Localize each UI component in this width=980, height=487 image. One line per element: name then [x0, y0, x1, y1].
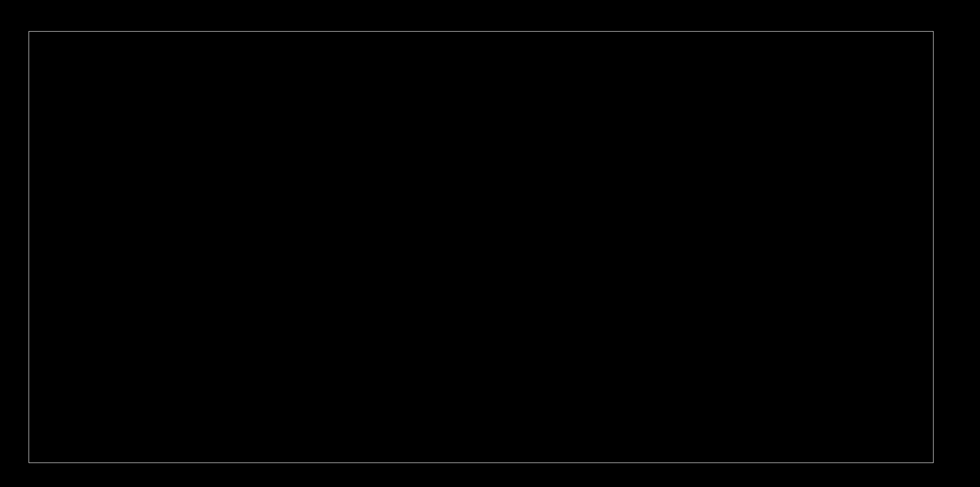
spectrogram-canvas — [29, 32, 933, 463]
spek-window — [0, 0, 980, 487]
app-logo — [967, 4, 969, 13]
db-colorbar — [938, 32, 945, 463]
